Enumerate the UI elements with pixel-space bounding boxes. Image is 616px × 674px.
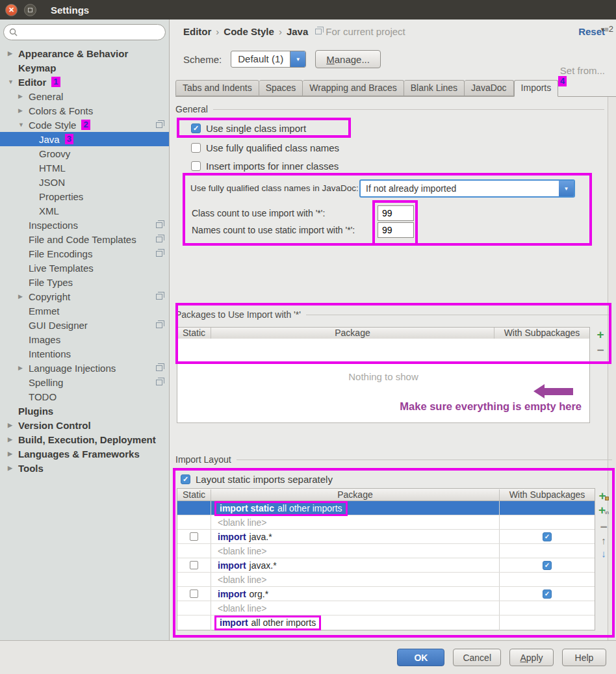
ok-button[interactable]: OK (397, 649, 444, 666)
chevron-right-icon[interactable]: ▶ (8, 450, 18, 457)
checkbox-unchecked-icon[interactable] (191, 161, 201, 171)
remove-entry-button[interactable]: − (600, 521, 607, 533)
sidebar-item-file-and-code-templates[interactable]: File and Code Templates (0, 232, 169, 246)
breadcrumb-editor[interactable]: Editor (183, 26, 211, 37)
sidebar-item-copyright[interactable]: ▶Copyright (0, 289, 169, 304)
import-layout-row[interactable]: <blank line> (177, 601, 595, 616)
use-fully-qualified-class-names-row[interactable]: Use fully qualified class names (191, 141, 339, 154)
sidebar-item-html[interactable]: HTML (0, 161, 169, 175)
checkbox-checked-icon[interactable]: ✓ (181, 474, 190, 484)
sidebar-item-label: Intentions (29, 348, 71, 359)
checkbox-checked-icon[interactable]: ✓ (543, 590, 552, 599)
sidebar-item-json[interactable]: JSON (0, 175, 169, 189)
sidebar-item-colors-fonts[interactable]: ▶Colors & Fonts (0, 103, 169, 118)
import-layout-row[interactable]: importjavax.*✓ (177, 558, 595, 573)
sidebar-item-general[interactable]: ▶General (0, 89, 169, 103)
sidebar-item-editor[interactable]: ▼Editor1 (0, 75, 169, 89)
checkbox-unchecked-icon[interactable] (190, 561, 198, 569)
chevron-down-icon[interactable]: ▼ (290, 51, 305, 67)
chevron-down-icon[interactable]: ▼ (18, 122, 29, 128)
use-single-class-import-row[interactable]: ✓ Use single class import (191, 122, 306, 135)
sidebar-item-tools[interactable]: ▶Tools (0, 461, 169, 475)
chevron-down-icon[interactable]: ▼ (8, 79, 18, 85)
sidebar-item-appearance-behavior[interactable]: ▶Appearance & Behavior (0, 46, 169, 60)
javadoc-select[interactable]: If not already imported ▼ (359, 179, 575, 198)
sidebar-item-live-templates[interactable]: Live Templates (0, 261, 169, 275)
sidebar-item-keymap[interactable]: Keymap (0, 60, 169, 75)
chevron-right-icon[interactable]: ▶ (18, 93, 29, 99)
import-layout-row[interactable]: importorg.*✓ (177, 587, 595, 601)
sidebar-item-images[interactable]: Images (0, 332, 169, 346)
class-count-field[interactable] (378, 205, 414, 221)
move-up-button[interactable]: ↑ (601, 536, 606, 546)
manage-button[interactable]: Manage... (315, 50, 381, 68)
sidebar-item-xml[interactable]: XML (0, 203, 169, 218)
sidebar-item-file-encodings[interactable]: File Encodings (0, 246, 169, 261)
breadcrumb-code-style[interactable]: Code Style (224, 26, 274, 37)
import-layout-row[interactable]: import staticall other imports (177, 501, 595, 515)
chevron-right-icon[interactable]: ▶ (8, 465, 18, 471)
scheme-select[interactable]: Default (1) ▼ (231, 51, 306, 68)
sidebar-item-build-execution-deployment[interactable]: ▶Build, Execution, Deployment (0, 432, 169, 447)
sidebar-item-spelling[interactable]: Spelling (0, 375, 169, 389)
add-blank-line-button[interactable]: +\n (598, 504, 609, 519)
import-layout-table-header: Static Package With Subpackages (177, 489, 595, 501)
move-down-button[interactable]: ↓ (601, 549, 606, 559)
sidebar-item-intentions[interactable]: Intentions (0, 346, 169, 361)
chevron-right-icon[interactable]: ▶ (8, 436, 18, 443)
sidebar-item-code-style[interactable]: ▼Code Style2 (0, 118, 169, 132)
checkbox-checked-icon[interactable]: ✓ (543, 532, 552, 541)
remove-package-button[interactable]: − (597, 344, 604, 356)
import-layout-row[interactable]: <blank line> (177, 573, 595, 587)
sidebar-item-properties[interactable]: Properties (0, 189, 169, 203)
tab-tabs-and-indents[interactable]: Tabs and Indents (175, 80, 259, 96)
restore-icon[interactable] (24, 4, 36, 16)
sidebar-item-todo[interactable]: TODO (0, 389, 169, 404)
import-layout-row[interactable]: <blank line> (177, 515, 595, 530)
chevron-right-icon[interactable]: ▶ (8, 50, 18, 57)
sidebar-item-plugins[interactable]: Plugins (0, 404, 169, 418)
add-package-button[interactable]: + (597, 329, 604, 341)
chevron-right-icon[interactable]: ▶ (18, 365, 29, 371)
checkbox-unchecked-icon[interactable] (191, 143, 201, 153)
tab-spaces[interactable]: Spaces (259, 80, 303, 96)
names-count-field[interactable] (378, 222, 414, 238)
copy-settings-icon (156, 237, 162, 242)
tab-wrapping-and-braces[interactable]: Wrapping and Braces (303, 80, 404, 96)
sidebar-item-gui-designer[interactable]: GUI Designer (0, 318, 169, 332)
sidebar-item-languages-frameworks[interactable]: ▶Languages & Frameworks (0, 447, 169, 461)
help-button[interactable]: Help (562, 649, 606, 666)
import-layout-row[interactable]: importjava.*✓ (177, 530, 595, 544)
sidebar-item-inspections[interactable]: Inspections (0, 218, 169, 232)
sidebar-item-label: TODO (29, 391, 57, 402)
sidebar-item-file-types[interactable]: File Types (0, 275, 169, 289)
cancel-button[interactable]: Cancel (453, 649, 501, 666)
tab-javadoc[interactable]: JavaDoc (465, 80, 513, 96)
hidden-tabs-indicator[interactable]: ▾≡2 (601, 24, 613, 34)
sidebar-item-version-control[interactable]: ▶Version Control (0, 418, 169, 432)
checkbox-checked-icon[interactable]: ✓ (543, 561, 552, 570)
chevron-right-icon[interactable]: ▶ (8, 422, 18, 428)
checkbox-unchecked-icon[interactable] (190, 532, 198, 541)
apply-button[interactable]: Apply (509, 649, 554, 666)
checkbox-checked-icon[interactable]: ✓ (191, 123, 201, 133)
import-layout-row[interactable]: importall other imports (177, 616, 595, 630)
chevron-right-icon[interactable]: ▶ (18, 107, 29, 114)
chevron-right-icon[interactable]: ▶ (18, 293, 29, 300)
sidebar-item-java[interactable]: Java3 (0, 132, 169, 146)
close-icon[interactable]: ✕ (5, 4, 18, 16)
search-box[interactable] (3, 24, 166, 40)
set-from-link[interactable]: Set from... (560, 65, 605, 76)
import-layout-row[interactable]: <blank line> (177, 544, 595, 558)
search-input[interactable] (21, 27, 165, 38)
sidebar-item-emmet[interactable]: Emmet (0, 304, 169, 318)
tab-imports[interactable]: Imports4 (514, 80, 559, 97)
sidebar-item-language-injections[interactable]: ▶Language Injections (0, 361, 169, 375)
sidebar-item-groovy[interactable]: Groovy (0, 146, 169, 161)
insert-imports-for-inner-classes-row[interactable]: Insert imports for inner classes (191, 159, 339, 172)
checkbox-unchecked-icon[interactable] (190, 590, 198, 598)
add-package-button[interactable]: + (598, 490, 608, 502)
chevron-down-icon[interactable]: ▼ (559, 181, 574, 196)
tab-blank-lines[interactable]: Blank Lines (404, 80, 465, 96)
layout-static-imports-row[interactable]: ✓ Layout static imports separately (181, 474, 333, 485)
